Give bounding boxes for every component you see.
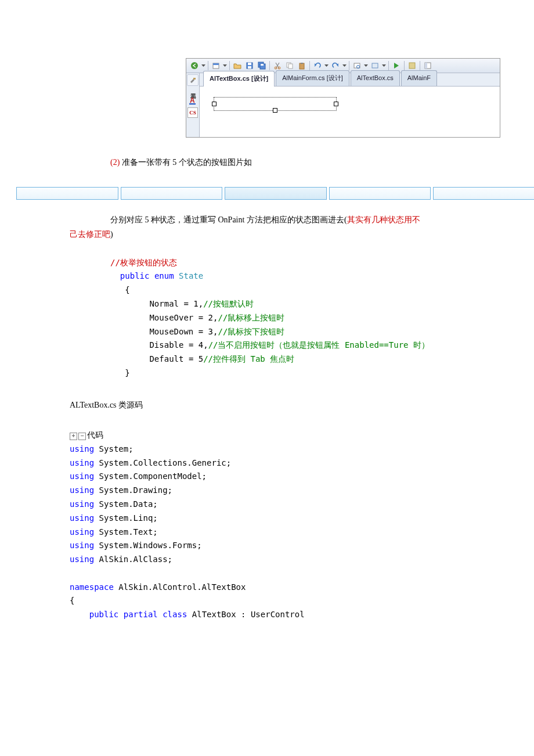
dropdown-arrow-icon[interactable] [342, 64, 347, 67]
resize-handle-left[interactable] [212, 102, 217, 106]
collapse-icon[interactable]: − [78, 433, 86, 440]
new-project-icon[interactable] [210, 60, 222, 71]
state-mousedown [225, 187, 327, 200]
toolbox-cs-icon[interactable]: CS [187, 107, 198, 118]
resize-handle-right[interactable] [334, 102, 338, 106]
svg-rect-12 [288, 64, 293, 69]
svg-rect-4 [248, 63, 251, 65]
ide-screenshot: 工具箱 A CS AlTextBox.cs [设计] AlMainForm.cs… [186, 58, 500, 138]
svg-rect-21 [193, 78, 196, 80]
svg-text:A: A [190, 96, 195, 105]
state-mouseover [121, 187, 223, 200]
svg-point-0 [191, 62, 198, 69]
toolbox-a-icon[interactable]: A [187, 95, 198, 106]
resize-handle-bottom[interactable] [273, 108, 277, 113]
tab-altextbox-design[interactable]: AlTextBox.cs [设计] [203, 71, 275, 87]
paste-icon[interactable] [296, 60, 308, 71]
expand-icon[interactable]: + [70, 433, 77, 440]
dropdown-arrow-icon[interactable] [201, 64, 206, 67]
copy-icon[interactable] [284, 60, 295, 71]
dropdown-arrow-icon[interactable] [222, 64, 228, 67]
find-icon[interactable] [351, 60, 363, 71]
para-onpaint: 分别对应 5 种状态，通过重写 OnPaint 方法把相应的状态图画进去(其实有… [110, 213, 534, 242]
toolbox-sidebar: 工具箱 A CS [186, 73, 200, 137]
solution-config-icon[interactable] [406, 60, 418, 71]
document-tabs: AlTextBox.cs [设计] AlMainForm.cs [设计] AlT… [200, 73, 500, 87]
designer-canvas [200, 87, 500, 121]
textbox-control[interactable] [214, 97, 337, 111]
class-source-label: ALTextBox.cs 类源码 [70, 398, 534, 412]
save-icon[interactable] [244, 60, 255, 71]
enum-code-block: //枚举按钮的状态 public enum State { Normal = 1… [110, 256, 534, 380]
properties-icon[interactable] [422, 60, 434, 71]
svg-rect-20 [425, 63, 427, 69]
save-all-icon[interactable] [256, 60, 268, 71]
redo-icon[interactable] [330, 60, 341, 71]
state-normal [16, 187, 118, 200]
state-default [433, 187, 534, 200]
open-folder-icon[interactable] [232, 60, 243, 71]
svg-rect-18 [409, 63, 415, 69]
svg-rect-5 [248, 66, 251, 69]
toolbox-hammer-icon[interactable] [187, 74, 199, 86]
button-states-image [12, 174, 534, 204]
dropdown-arrow-icon[interactable] [381, 64, 387, 67]
start-debug-icon[interactable] [391, 60, 402, 71]
svg-rect-8 [261, 64, 264, 66]
dropdown-arrow-icon[interactable] [363, 64, 369, 67]
cut-icon[interactable] [272, 60, 283, 71]
nav-back-icon[interactable] [189, 60, 200, 71]
step-number: (2) [110, 158, 120, 167]
source-code-block: +−代码 using System; using System.Collecti… [70, 429, 534, 622]
comment-icon[interactable] [369, 60, 381, 71]
step-desc: 准备一张带有 5 个状态的按钮图片如 [122, 158, 252, 167]
tab-almainform-design[interactable]: AlMainForm.cs [设计] [276, 70, 349, 86]
undo-icon[interactable] [312, 60, 323, 71]
tab-altextbox-code[interactable]: AlTextBox.cs [351, 70, 400, 86]
state-disable [329, 187, 431, 200]
svg-rect-14 [301, 63, 303, 64]
svg-rect-13 [300, 63, 304, 69]
tab-almainform-code[interactable]: AlMainF [401, 70, 437, 86]
svg-rect-2 [213, 63, 219, 65]
dropdown-arrow-icon[interactable] [324, 64, 329, 67]
svg-rect-17 [372, 63, 378, 68]
step-2-text: (2) 准备一张带有 5 个状态的按钮图片如 [110, 155, 534, 170]
